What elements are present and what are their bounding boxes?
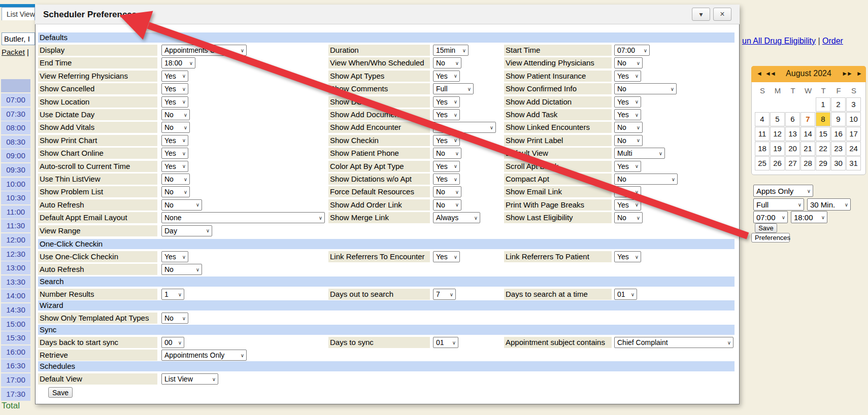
show-patient-phone-select[interactable]: No∨ xyxy=(433,148,461,159)
show-print-chart-select[interactable]: Yes∨ xyxy=(161,135,188,146)
show-chart-online-select[interactable]: Yes∨ xyxy=(161,148,188,159)
calendar-day-17[interactable]: 17 xyxy=(846,127,861,141)
calendar-day-29[interactable]: 29 xyxy=(816,156,830,170)
time-slot-1330[interactable]: 13:30 xyxy=(1,275,30,289)
calendar-day-20[interactable]: 20 xyxy=(785,142,800,156)
scroll-apt-block-select[interactable]: Yes∨ xyxy=(614,161,641,172)
show-patient-insurance-select[interactable]: Yes∨ xyxy=(614,71,641,82)
appts-only-select[interactable]: Appts Only∨ xyxy=(753,185,813,197)
calendar-day-30[interactable]: 30 xyxy=(831,156,846,170)
time-slot-1130[interactable]: 11:30 xyxy=(1,219,30,233)
time-slot-1500[interactable]: 15:00 xyxy=(1,318,30,331)
time-slot-1700[interactable]: 17:00 xyxy=(1,373,30,387)
dialog-close-button[interactable]: × xyxy=(713,8,731,21)
number-results-select[interactable]: 1∨ xyxy=(161,289,184,300)
calendar-day-14[interactable]: 14 xyxy=(800,127,815,141)
show-add-dictation-select[interactable]: Yes∨ xyxy=(614,96,641,108)
days-to-search-at-a-time-select[interactable]: 01∨ xyxy=(614,289,637,300)
auto-scroll-to-current-time-select[interactable]: Yes∨ xyxy=(161,161,188,172)
auto-refresh-select[interactable]: No∨ xyxy=(161,199,202,211)
link-referrers-to-encounter-select[interactable]: Yes∨ xyxy=(433,251,460,262)
time-slot-0930[interactable]: 09:30 xyxy=(1,163,30,177)
use-thin-listview-select[interactable]: No∨ xyxy=(161,174,190,185)
auto-refresh-select[interactable]: No∨ xyxy=(161,264,202,275)
show-linked-encounters-select[interactable]: No∨ xyxy=(614,122,643,133)
calendar-day-8[interactable]: 8 xyxy=(816,112,830,126)
calendar-day-22[interactable]: 22 xyxy=(816,142,830,156)
show-problem-list-select[interactable]: No∨ xyxy=(161,186,190,197)
calendar-day-27[interactable]: 27 xyxy=(785,156,800,170)
show-print-label-select[interactable]: No∨ xyxy=(614,135,643,146)
show-merge-link-select[interactable]: Always∨ xyxy=(433,212,480,223)
calendar-day-1[interactable]: 1 xyxy=(816,97,830,112)
time-slot-1630[interactable]: 16:30 xyxy=(1,359,30,373)
calendar-day-19[interactable]: 19 xyxy=(770,142,785,156)
time-slot-0830[interactable]: 08:30 xyxy=(1,135,30,149)
calendar-day-16[interactable]: 16 xyxy=(831,127,846,141)
calendar-day-12[interactable]: 12 xyxy=(770,127,785,141)
tab-list-view[interactable]: List View xyxy=(2,7,35,20)
default-appt-email-layout-select[interactable]: None∨ xyxy=(161,212,325,223)
view-attending-physicians-select[interactable]: No∨ xyxy=(614,57,643,68)
duration-select[interactable]: 15min∨ xyxy=(433,45,469,56)
color-apt-by-apt-type-select[interactable]: Yes∨ xyxy=(433,161,460,172)
interval-select[interactable]: 30 Min.∨ xyxy=(807,198,851,211)
time-slot-1300[interactable]: 13:00 xyxy=(1,261,30,275)
run-all-drug-eligibility-link[interactable]: un All Drug Eligibility xyxy=(742,37,816,45)
time-slot-1400[interactable]: 14:00 xyxy=(1,289,30,303)
show-checkin-select[interactable]: Yes∨ xyxy=(433,135,460,146)
view-range-select[interactable]: Day∨ xyxy=(161,225,212,236)
display-select[interactable]: Appointments Only∨ xyxy=(161,45,247,56)
default-view-select[interactable]: List View∨ xyxy=(161,373,218,385)
time-slot-1230[interactable]: 12:30 xyxy=(1,248,30,261)
show-email-link-select[interactable]: Yes∨ xyxy=(614,186,641,197)
show-add-task-select[interactable]: Yes∨ xyxy=(614,109,641,120)
calendar-day-10[interactable]: 10 xyxy=(846,112,861,126)
time-slot-1730[interactable]: 17:30 xyxy=(1,388,30,401)
days-back-to-start-sync-select[interactable]: 00∨ xyxy=(161,337,184,348)
show-location-select[interactable]: Yes∨ xyxy=(161,96,188,108)
calendar-day-25[interactable]: 25 xyxy=(755,156,770,170)
packet-link[interactable]: Packet xyxy=(2,48,25,56)
use-dictate-day-select[interactable]: No∨ xyxy=(161,109,190,120)
view-when-who-scheduled-select[interactable]: No∨ xyxy=(433,57,461,68)
dialog-save-button[interactable]: Save xyxy=(48,387,73,398)
start-time-select[interactable]: 07:00∨ xyxy=(753,211,788,223)
end-time-select[interactable]: 18:00∨ xyxy=(791,211,827,223)
patient-name-box[interactable]: Butler, I xyxy=(2,32,35,45)
end-time-select[interactable]: 18:00∨ xyxy=(161,57,195,68)
calendar-day-28[interactable]: 28 xyxy=(800,156,815,170)
calendar-day-9[interactable]: 9 xyxy=(831,112,846,126)
print-with-page-breaks-select[interactable]: Yes∨ xyxy=(614,199,641,211)
order-link[interactable]: Order xyxy=(822,37,843,45)
calendar-day-13[interactable]: 13 xyxy=(785,127,800,141)
preferences-button[interactable]: Preferences xyxy=(751,233,790,243)
time-slot-1100[interactable]: 11:00 xyxy=(1,205,30,219)
time-slot-1600[interactable]: 16:00 xyxy=(1,345,30,359)
time-slot-1430[interactable]: 14:30 xyxy=(1,303,30,317)
compact-apt-select[interactable]: No∨ xyxy=(614,174,678,185)
time-slot-0700[interactable]: 07:00 xyxy=(1,93,30,107)
show-dictations-w-o-apt-select[interactable]: Yes∨ xyxy=(433,174,460,185)
time-slot-1000[interactable]: 10:00 xyxy=(1,178,30,191)
calendar-day-2[interactable]: 2 xyxy=(831,97,846,112)
view-referring-physicians-select[interactable]: Yes∨ xyxy=(161,71,188,82)
show-last-eligibility-select[interactable]: No∨ xyxy=(614,212,643,223)
time-slot-1530[interactable]: 15:30 xyxy=(1,331,30,345)
time-slot-1030[interactable]: 10:30 xyxy=(1,191,30,205)
calendar-day-5[interactable]: 5 xyxy=(770,112,785,126)
calendar-next-day-icon[interactable]: ► xyxy=(856,70,861,77)
calendar-day-31[interactable]: 31 xyxy=(846,156,861,170)
calendar-day-7[interactable]: 7 xyxy=(800,112,815,126)
force-default-resources-select[interactable]: No∨ xyxy=(433,186,461,197)
appointment-subject-contains-select[interactable]: Chief Complaint∨ xyxy=(614,337,733,348)
calendar-day-11[interactable]: 11 xyxy=(755,127,770,141)
use-one-click-checkin-select[interactable]: Yes∨ xyxy=(161,251,188,262)
calendar-day-15[interactable]: 15 xyxy=(816,127,830,141)
show-apt-types-select[interactable]: Yes∨ xyxy=(433,71,460,82)
calendar-day-21[interactable]: 21 xyxy=(800,142,815,156)
show-comments-select[interactable]: Full∨ xyxy=(433,83,474,94)
show-dob-select[interactable]: Yes∨ xyxy=(433,96,460,108)
time-slot-0900[interactable]: 09:00 xyxy=(1,149,30,163)
start-time-select[interactable]: 07:00∨ xyxy=(614,45,650,56)
